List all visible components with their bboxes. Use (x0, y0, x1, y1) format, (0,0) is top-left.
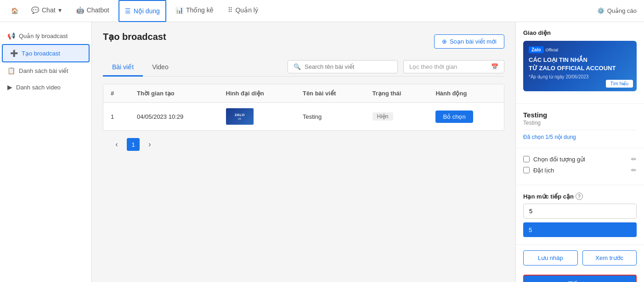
bo-chon-button[interactable]: Bỏ chọn (435, 111, 473, 123)
chat-icon: 💬 (31, 6, 39, 14)
col-action: Hành động (428, 84, 504, 103)
search-icon: 🔍 (294, 63, 301, 70)
rp-giao-dien-section: Giao diện Zalo Official CÁC LOẠI TIN NHẮ… (516, 22, 644, 104)
date-filter-text: Lọc theo thời gian (409, 63, 457, 70)
nav-noidung[interactable]: ☰ Nội dung (119, 0, 166, 22)
noidung-icon: ☰ (125, 7, 131, 15)
chat-dropdown-icon: ▾ (58, 6, 62, 14)
compose-button[interactable]: ⊕ Soạn bài viết mới (434, 34, 504, 49)
han-muc-input[interactable] (523, 204, 637, 219)
nav-chat-label: Chat (42, 6, 56, 14)
col-status: Trạng thái (365, 84, 429, 103)
pagination-next[interactable]: › (143, 138, 156, 151)
col-thumbnail: Hình đại diện (219, 84, 295, 103)
status-badge: Hiện (373, 112, 393, 121)
selected-suffix: nội dung (553, 134, 576, 140)
rp-selected-count: Đã chọn 1/5 nội dung (523, 134, 637, 140)
pagination-page-1[interactable]: 1 (127, 138, 140, 151)
tab-video[interactable]: Video (143, 59, 178, 77)
right-panel: Giao diện Zalo Official CÁC LOẠI TIN NHẮ… (515, 22, 644, 282)
rp-options-section: Chọn đối tượng gửi ✏ Đặt lịch ✏ (516, 148, 644, 185)
edit-sender-icon[interactable]: ✏ (631, 155, 637, 163)
compose-button-label: Soạn bài viết mới (450, 38, 497, 45)
tab-baiviet[interactable]: Bài viết (103, 59, 143, 77)
main-layout: 📢 Quản lý broadcast ➕ Tạo broadcast 📋 Da… (0, 22, 644, 282)
sidebar-item-quanly-broadcast[interactable]: 📢 Quản lý broadcast (0, 28, 91, 44)
nav-thongke[interactable]: 📊 Thống kê (170, 0, 219, 22)
tiep-tuc-button[interactable]: Tiếp tục (523, 275, 637, 282)
selected-prefix: Đã chọn (523, 134, 545, 140)
ad-banner-title: CÁC LOẠI TIN NHẮNTỪ ZALO OFFICIAL ACCOUN… (529, 56, 631, 72)
col-title: Tên bài viết (295, 84, 365, 103)
page-title: Tạo broadcast (103, 31, 166, 42)
video-list-icon: ▶ (7, 83, 12, 91)
table-row: 1 04/05/2023 10:29 ZALO OA (103, 103, 504, 131)
table-header-row: # Thời gian tạo Hình đại diện Tên bài vi… (103, 84, 504, 103)
checkbox-sender[interactable] (523, 156, 530, 162)
rp-han-muc-section: Hạn mức tiếp cận ? 5 (516, 185, 644, 245)
cell-index: 1 (103, 103, 130, 131)
selected-count: 1/5 (545, 134, 553, 140)
checkbox-row-sender: Chọn đối tượng gửi ✏ (523, 155, 637, 163)
ad-banner-button[interactable]: Tìm hiểu (606, 80, 633, 88)
add-broadcast-icon: ➕ (10, 50, 18, 57)
tab-video-label: Video (152, 63, 169, 71)
edit-schedule-icon[interactable]: ✏ (631, 166, 637, 174)
rp-footer-buttons: Lưu nháp Xem trước (516, 245, 644, 271)
cell-thumbnail: ZALO OA (219, 103, 295, 131)
calendar-icon: 📅 (491, 63, 498, 70)
pagination: ‹ 1 › (103, 131, 504, 158)
article-list-icon: 📋 (7, 67, 15, 74)
cell-status: Hiện (365, 103, 429, 131)
sidebar-item-danh-sach-video[interactable]: ▶ Danh sách video (0, 79, 91, 95)
nav-quanly[interactable]: ⠿ Quản lý (222, 0, 263, 22)
luu-nhap-button[interactable]: Lưu nháp (523, 250, 578, 265)
rp-content-section: Testing Testing Đã chọn 1/5 nội dung (516, 104, 644, 148)
home-button[interactable]: 🏠 (7, 4, 22, 18)
top-nav: 🏠 💬 Chat ▾ 🤖 Chatbot ☰ Nội dung 📊 Thống … (0, 0, 644, 22)
rp-content-sub: Testing (523, 120, 637, 126)
han-muc-label: Hạn mức tiếp cận (523, 193, 574, 200)
search-input[interactable] (305, 63, 392, 70)
compose-plus-icon: ⊕ (442, 38, 447, 45)
rp-divider (523, 130, 637, 130)
cell-time: 04/05/2023 10:29 (130, 103, 219, 131)
tab-baiviet-label: Bài viết (112, 63, 134, 71)
col-index: # (103, 84, 130, 103)
content-tabs: Bài viết Video 🔍 Lọc theo thời gian 📅 (103, 59, 504, 77)
rp-content-title: Testing (523, 111, 637, 119)
sidebar-item-baiviet-label: Danh sách bài viết (19, 67, 68, 74)
thongke-icon: 📊 (175, 6, 183, 14)
sidebar-item-tao-broadcast[interactable]: ➕ Tạo broadcast (2, 44, 90, 62)
checkbox-schedule[interactable] (523, 167, 530, 173)
cell-action: Bỏ chọn (428, 103, 504, 131)
help-icon[interactable]: ? (576, 193, 583, 200)
zalo-logo: Zalo (529, 46, 544, 53)
tiep-tuc-wrap: Tiếp tục (516, 271, 644, 282)
article-thumbnail: ZALO OA (226, 108, 254, 125)
official-label: Official (546, 48, 558, 52)
broadcast-manage-icon: 📢 (7, 32, 15, 39)
col-time: Thời gian tạo (130, 84, 219, 103)
checkbox-schedule-label: Đặt lịch (533, 167, 627, 174)
articles-table: # Thời gian tạo Hình đại diện Tên bài vi… (103, 84, 504, 131)
xem-truoc-button[interactable]: Xem trước (582, 250, 637, 265)
cell-title: Testing (295, 103, 365, 131)
nav-quanly-label: Quản lý (235, 6, 258, 14)
nav-ads[interactable]: ⚙️ Quảng cáo (597, 7, 637, 14)
date-filter[interactable]: Lọc theo thời gian 📅 (403, 60, 504, 73)
sidebar-item-video-label: Danh sách video (16, 84, 61, 91)
content-header: Tạo broadcast ⊕ Soạn bài viết mới (103, 31, 504, 51)
nav-chat[interactable]: 💬 Chat ▾ (26, 0, 67, 22)
ad-banner-note: *Áp dụng từ ngày 20/06/2023 (529, 74, 631, 79)
pagination-prev[interactable]: ‹ (110, 138, 123, 151)
sidebar-item-quanly-label: Quản lý broadcast (19, 33, 68, 39)
nav-ads-label: Quảng cáo (607, 7, 637, 14)
search-box: 🔍 (288, 60, 398, 73)
han-muc-bar: 5 (523, 222, 637, 237)
thumbnail-image: ZALO OA (226, 108, 254, 125)
checkbox-row-schedule: Đặt lịch ✏ (523, 166, 637, 174)
sidebar-item-danh-sach-bai-viet[interactable]: 📋 Danh sách bài viết (0, 62, 91, 79)
sidebar-item-tao-label: Tạo broadcast (22, 50, 60, 57)
nav-chatbot[interactable]: 🤖 Chatbot (71, 0, 115, 22)
